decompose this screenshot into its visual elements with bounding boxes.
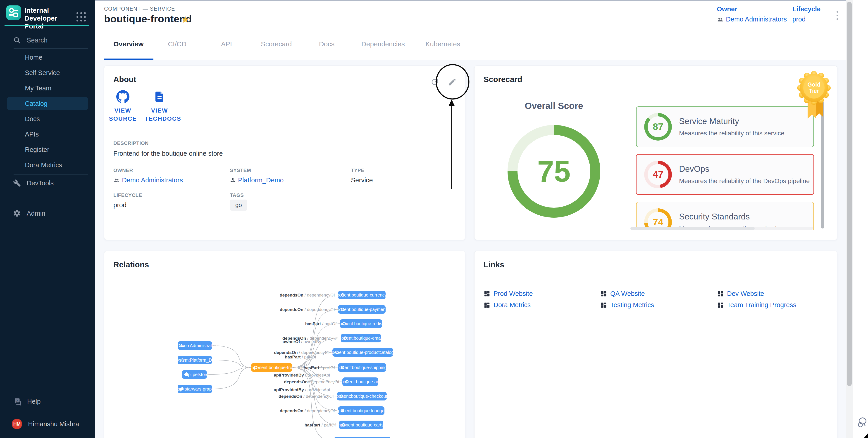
badge-line-1: Gold [808,81,820,88]
graph-node[interactable] [334,437,391,438]
header-owner: Owner Demo Administrators [717,5,787,23]
metric-score: 47 [653,169,663,180]
link-label: Dora Metrics [494,301,531,309]
system-field-label: SYSTEM [230,167,251,173]
divider [13,174,88,175]
link-team-training-progress[interactable]: Team Training Progress [717,301,796,309]
breadcrumb: COMPONENT — SERVICE [104,6,175,12]
sidebar-item-docs[interactable]: Docs [0,111,95,127]
user-name: Himanshu Mishra [28,420,79,428]
tab-kubernetes[interactable]: Kubernetes [425,40,460,48]
sidebar-item-apis[interactable]: APIs [0,127,95,142]
graph-node-label: component:boutique-paymentservice [328,307,401,312]
brand-divider [4,25,89,26]
system-icon [230,177,236,183]
tab-overview[interactable]: Overview [113,40,144,48]
help-chat-icon: ? [13,397,21,405]
sidebar-item-home[interactable]: Home [0,50,95,65]
tab-docs[interactable]: Docs [319,40,335,48]
about-card: About VIEW SOURCE VIEW TECHDOCS DESCRIPT… [104,66,465,240]
header-divider [95,29,846,29]
sliders-icon [6,5,21,20]
edge-label: dependsOn / dependencyOf [279,394,334,399]
divider [13,200,88,200]
scorecard-title: Scorecard [484,75,522,84]
system-field-link[interactable]: Platform_Demo [230,176,283,184]
metric-donut: 87 [644,113,672,141]
sidebar-item-devtools[interactable]: DevTools [0,176,95,190]
link-label: Prod Website [494,290,533,297]
dashboard-icon [600,291,607,297]
admin-label: Admin [27,210,45,217]
tab-ci-cd[interactable]: CI/CD [168,40,186,48]
favorite-star-icon[interactable]: ★ [181,14,190,25]
view-source-button[interactable]: VIEW SOURCE [108,90,138,123]
sidebar-user[interactable]: HM Himanshu Mishra [0,417,95,431]
sidebar-item-self-service[interactable]: Self Service [0,65,95,80]
sidebar-item-catalog[interactable]: Catalog [0,96,95,111]
page-scrollbar-thumb[interactable] [847,2,852,386]
link-qa-website[interactable]: QA Website [600,290,645,297]
edge-label: dependsOn / dependencyOf [280,408,335,413]
graph-node-label: component:boutique-productcatalogservice [323,350,408,355]
owner-field-link[interactable]: Demo Administrators [113,176,183,184]
graph-node-label: api:starwars-graphql [178,386,218,392]
edit-pencil-icon[interactable] [448,77,457,87]
sidebar-search[interactable]: Search [0,33,95,47]
link-label: QA Website [610,290,645,297]
lifecycle-label: Lifecycle [793,5,820,13]
link-testing-metrics[interactable]: Testing Metrics [600,301,654,309]
metric-name: Security Standards [679,212,780,222]
overall-score-label: Overall Score [509,101,599,111]
apps-grid-icon[interactable] [76,12,87,22]
edge-label: dependsOn / dependencyOf [282,336,338,341]
tab-scorecard[interactable]: Scorecard [261,40,292,48]
metric-name: Service Maturity [679,116,784,126]
lifecycle-field-value: prod [113,201,126,209]
sidebar-item-my-team[interactable]: My Team [0,80,95,96]
edge-label: dependsOn / dependencyOf [280,293,335,297]
group-icon [717,16,724,23]
view-techdocs-button[interactable]: VIEW TECHDOCS [145,90,175,123]
github-icon [116,90,129,103]
metric-name: DevOps [679,164,810,174]
overall-score-value: 75 [537,155,571,189]
graph-node-label: component:boutique-loadgenerator [330,408,399,413]
badge-rosette: Gold Tier [797,71,831,105]
refresh-icon[interactable] [430,77,439,87]
dashboard-icon [600,302,607,308]
tab-dependencies[interactable]: Dependencies [361,40,405,48]
sidebar-item-register[interactable]: Register [0,142,95,157]
metric-card-service-maturity[interactable]: 87Service MaturityMeasures the reliabili… [636,106,814,147]
description-label: DESCRIPTION [113,140,149,146]
search-label: Search [27,37,48,44]
tag-chip[interactable]: go [230,200,247,211]
sidebar-item-dora-metrics[interactable]: Dora Metrics [0,157,95,173]
link-dora-metrics[interactable]: Dora Metrics [484,301,531,309]
description-value: Frontend for the boutique online store [113,150,223,157]
edge-label: dependsOn / dependencyOf [280,307,335,312]
relations-graph[interactable]: ownerOf / ownedByhasPart / partOfapiProv… [104,251,465,438]
view-source-label: VIEW SOURCE [108,106,138,123]
group-icon [113,177,120,183]
links-grid: Prod WebsiteQA WebsiteDev WebsiteDora Me… [484,290,832,317]
graph-node-label: Demo Administrators [177,343,218,348]
header-lifecycle: Lifecycle prod [793,5,820,23]
metric-donut: 74 [644,208,672,230]
more-options-icon[interactable] [833,9,842,22]
link-prod-website[interactable]: Prod Website [484,290,533,297]
metric-card-security-standards[interactable]: 74Security StandardsMeasures how secure … [636,202,814,230]
sidebar-item-help[interactable]: ? Help [0,394,95,409]
metric-card-devops[interactable]: 47DevOpsMeasures the reliability of the … [636,154,814,195]
chat-widget-icon[interactable] [857,416,867,430]
metric-list-hscrollbar[interactable] [630,227,813,230]
tab-api[interactable]: API [221,40,232,48]
search-icon [13,36,21,44]
view-techdocs-label: VIEW TECHDOCS [145,106,175,123]
link-label: Testing Metrics [610,301,654,309]
sidebar-item-admin[interactable]: Admin [0,206,95,221]
link-dev-website[interactable]: Dev Website [717,290,764,297]
app-logo[interactable] [6,5,21,20]
owner-link[interactable]: Demo Administrators [717,15,787,23]
cursor [864,432,868,438]
